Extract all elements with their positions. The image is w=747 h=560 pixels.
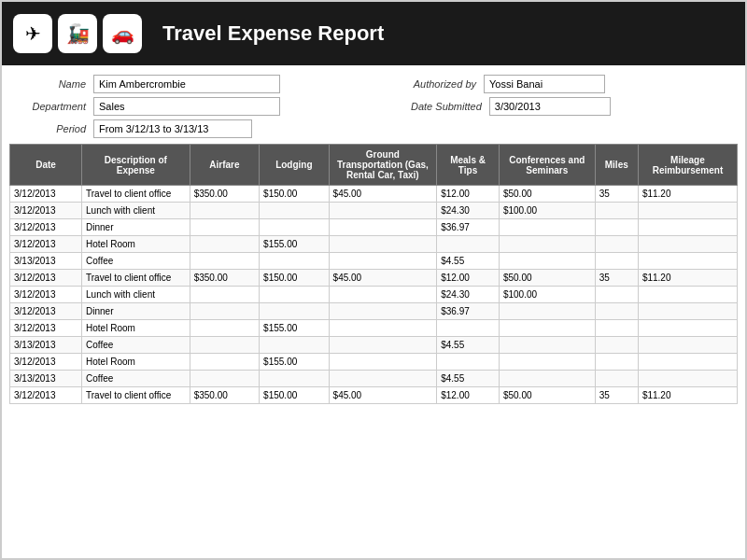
table-row: 3/12/2013Dinner$36.97	[10, 219, 738, 236]
table-cell: 3/12/2013	[10, 320, 82, 337]
form-row-top: Name Department Period Authorized by	[21, 75, 726, 138]
table-cell	[638, 253, 737, 270]
table-cell: Coffee	[82, 253, 190, 270]
table-row: 3/12/2013Travel to client office$350.00$…	[10, 186, 738, 203]
table-row: 3/12/2013Travel to client office$350.00$…	[10, 270, 738, 287]
table-cell	[499, 337, 595, 354]
header-icons: ✈ 🚂 🚗	[13, 14, 142, 53]
date-submitted-label: Date Submitted	[411, 101, 482, 112]
table-cell	[499, 320, 595, 337]
table-cell	[499, 371, 595, 387]
table-cell	[595, 337, 638, 354]
table-row: 3/13/2013Coffee$4.55	[10, 337, 738, 354]
dept-row: Department	[21, 97, 336, 116]
table-cell: $150.00	[260, 387, 329, 404]
table-cell	[638, 371, 737, 387]
table-cell: $155.00	[260, 236, 329, 253]
col-lodging: Lodging	[260, 145, 329, 186]
table-cell: $100.00	[499, 287, 595, 303]
table-cell	[329, 253, 437, 270]
table-row: 3/12/2013Hotel Room$155.00	[10, 236, 738, 253]
table-row: 3/12/2013Hotel Room$155.00	[10, 320, 738, 337]
table-cell: $4.55	[437, 253, 500, 270]
table-cell: Lunch with client	[82, 203, 190, 219]
table-cell	[595, 303, 638, 320]
table-header-row: Date Description of Expense Airfare Lodg…	[10, 145, 738, 186]
table-cell	[190, 337, 259, 354]
col-desc: Description of Expense	[82, 145, 190, 186]
table-cell	[437, 320, 500, 337]
table-cell	[329, 337, 437, 354]
period-label: Period	[21, 123, 86, 134]
table-cell: 3/13/2013	[10, 337, 82, 354]
table-cell	[638, 287, 737, 303]
col-date: Date	[10, 145, 82, 186]
table-cell: $50.00	[499, 387, 595, 404]
table-cell	[190, 253, 259, 270]
table-cell	[595, 203, 638, 219]
table-cell: $50.00	[499, 270, 595, 287]
table-cell	[190, 371, 259, 387]
table-cell	[499, 236, 595, 253]
table-cell	[190, 303, 259, 320]
col-conf: Conferences and Seminars	[499, 145, 595, 186]
table-cell	[260, 337, 329, 354]
table-cell: 3/12/2013	[10, 203, 82, 219]
date-submitted-input[interactable]	[489, 97, 611, 116]
col-miles: Miles	[595, 145, 638, 186]
table-cell	[329, 287, 437, 303]
table-cell	[499, 354, 595, 371]
table-cell: 3/12/2013	[10, 354, 82, 371]
table-cell: Travel to client office	[82, 270, 190, 287]
period-row: Period	[21, 119, 336, 138]
dept-input[interactable]	[93, 97, 280, 116]
table-cell: 3/12/2013	[10, 270, 82, 287]
table-cell	[329, 354, 437, 371]
table-cell	[638, 203, 737, 219]
table-cell	[595, 236, 638, 253]
table-cell: $350.00	[190, 387, 259, 404]
table-cell: 3/12/2013	[10, 219, 82, 236]
table-cell: $45.00	[329, 387, 437, 404]
table-cell	[260, 303, 329, 320]
table-cell: 35	[595, 387, 638, 404]
table-cell	[190, 219, 259, 236]
form-section: Name Department Period Authorized by	[2, 65, 745, 144]
table-cell: 3/13/2013	[10, 253, 82, 270]
page: ✈ 🚂 🚗 Travel Expense Report Name Departm…	[0, 0, 747, 560]
table-cell	[260, 203, 329, 219]
auth-input[interactable]	[484, 75, 605, 93]
table-cell: Dinner	[82, 303, 190, 320]
table-cell: $11.20	[638, 186, 737, 203]
table-cell: 3/12/2013	[10, 186, 82, 203]
table-cell: Hotel Room	[82, 320, 190, 337]
table-cell: 3/13/2013	[10, 371, 82, 387]
table-cell	[190, 287, 259, 303]
table-cell: $50.00	[499, 186, 595, 203]
header: ✈ 🚂 🚗 Travel Expense Report	[2, 2, 745, 65]
table-cell: $24.30	[437, 287, 500, 303]
table-cell: $36.97	[437, 219, 500, 236]
table-cell	[499, 303, 595, 320]
table-cell: $24.30	[437, 203, 500, 219]
airplane-icon: ✈	[13, 14, 52, 53]
table-cell: $4.55	[437, 337, 500, 354]
table-cell: Hotel Room	[82, 354, 190, 371]
table-cell: $350.00	[190, 270, 259, 287]
table-cell: 3/12/2013	[10, 303, 82, 320]
table-cell: $155.00	[260, 354, 329, 371]
period-input[interactable]	[93, 119, 252, 138]
table-body: 3/12/2013Travel to client office$350.00$…	[10, 186, 738, 404]
table-cell	[260, 219, 329, 236]
name-label: Name	[21, 78, 86, 90]
table-cell: 35	[595, 270, 638, 287]
table-cell	[595, 253, 638, 270]
table-cell	[595, 219, 638, 236]
table-cell: $4.55	[437, 371, 500, 387]
table-cell	[595, 371, 638, 387]
table-cell: 3/12/2013	[10, 387, 82, 404]
auth-row: Authorized by	[411, 75, 726, 93]
name-row: Name	[21, 75, 336, 93]
table-cell	[190, 354, 259, 371]
name-input[interactable]	[93, 75, 280, 93]
